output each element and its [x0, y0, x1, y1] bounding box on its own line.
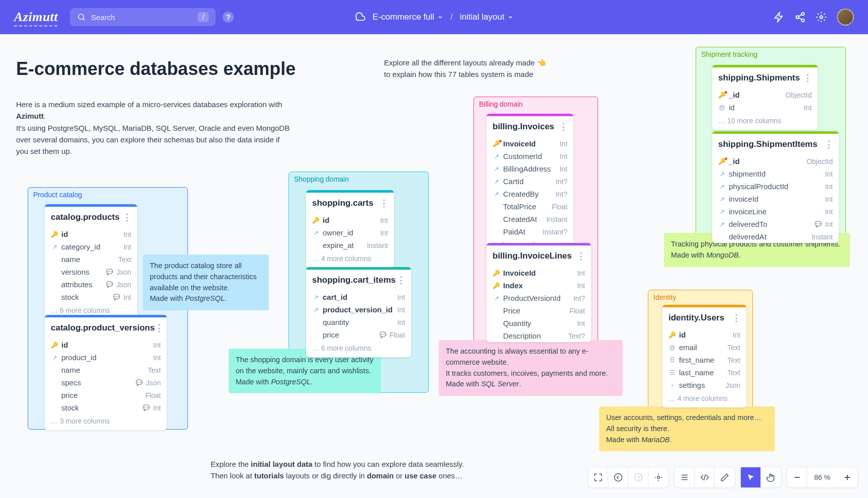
table-menu-icon[interactable]: ⋮	[379, 198, 388, 209]
table-column[interactable]: priceFloat	[45, 389, 167, 401]
table-column[interactable]: ↗product_version_idInt	[306, 303, 411, 316]
fit-screen-button[interactable]	[588, 467, 608, 487]
help-icon[interactable]: ?	[223, 12, 234, 23]
table-column[interactable]: specs💬Json	[45, 376, 167, 389]
table-column[interactable]: DescriptionText?	[487, 329, 591, 342]
table-column[interactable]: stock💬Int	[45, 291, 137, 303]
table-column[interactable]: ↗CreatedByInt?	[487, 188, 573, 200]
search-input[interactable]	[91, 13, 194, 22]
table-menu-icon[interactable]: ⋮	[824, 139, 833, 150]
table-menu-icon[interactable]: ⋮	[732, 312, 740, 323]
table-menu-icon[interactable]: ⋮	[123, 212, 131, 223]
table-column[interactable]: ↗CustomerIdInt	[487, 150, 573, 162]
table-column[interactable]: quantityInt	[306, 316, 411, 328]
table-menu-icon[interactable]: ⋮	[576, 251, 585, 262]
table-column[interactable]: ↗product_idInt	[45, 351, 167, 364]
table-column[interactable]: @emailText	[662, 341, 746, 354]
avatar[interactable]	[837, 9, 854, 26]
table-column[interactable]: 🔑IndexInt	[487, 279, 591, 292]
table-column[interactable]: expire_atInstant	[306, 239, 394, 252]
table-column[interactable]: 🔑idInt	[662, 328, 746, 341]
table-column[interactable]: ☰first_nameText	[662, 354, 746, 366]
table-column[interactable]: price💬Float	[306, 328, 411, 341]
pan-mode-button[interactable]	[761, 467, 781, 487]
table-column[interactable]: attributes💬Json	[45, 278, 137, 291]
table-column[interactable]: ↗shipmentIdInt	[712, 168, 839, 180]
table-column[interactable]: ↗CartIdInt?	[487, 175, 573, 188]
more-columns[interactable]: … 4 more columns	[306, 252, 394, 268]
table-column[interactable]: 🔑_idObjectId	[712, 155, 839, 168]
project-selector[interactable]: E-commerce full	[372, 12, 443, 22]
table-menu-icon[interactable]: ⋮	[397, 275, 405, 286]
table-column[interactable]: ↗category_idInt	[45, 240, 137, 253]
table-column[interactable]: ↗cart_idInt	[306, 291, 411, 303]
table-header[interactable]: catalog.product_versions⋮	[45, 315, 167, 339]
more-columns[interactable]: … 3 more columns	[45, 414, 167, 430]
zoom-out-button[interactable]	[787, 467, 807, 487]
table-invoices[interactable]: billing.Invoices⋮🔑InvoiceIdInt↗CustomerI…	[487, 114, 573, 254]
edit-button[interactable]	[715, 467, 735, 487]
table-column[interactable]: nameText	[45, 364, 167, 376]
table-column[interactable]: CreatedAtInstant	[487, 213, 573, 225]
bolt-icon[interactable]	[774, 12, 785, 23]
table-header[interactable]: shopping.carts⋮	[306, 190, 394, 214]
table-column[interactable]: ›settingsJson	[662, 379, 746, 391]
table-column[interactable]: stock💬Int	[45, 401, 167, 414]
table-column[interactable]: nameText	[45, 253, 137, 266]
list-button[interactable]	[674, 467, 695, 487]
table-column[interactable]: TotalPriceFloat	[487, 200, 573, 213]
table-column[interactable]: 🔑idInt	[45, 228, 137, 240]
table-header[interactable]: shopping.cart_items⋮	[306, 267, 411, 291]
layout-selector[interactable]: initial layout	[460, 12, 514, 22]
more-columns[interactable]: … 6 more columns	[306, 341, 411, 357]
table-shipment-items[interactable]: shipping.ShipmentItems⋮🔑_idObjectId↗ship…	[712, 131, 839, 243]
share-icon[interactable]	[795, 12, 806, 23]
table-header[interactable]: catalog.products⋮	[45, 204, 137, 228]
table-column[interactable]: ↗owner_idInt	[306, 226, 394, 239]
table-column[interactable]: 🔑InvoiceIdInt	[487, 267, 591, 279]
more-columns[interactable]: … 10 more columns	[712, 114, 818, 130]
back-button[interactable]	[608, 467, 628, 487]
table-column[interactable]: ☰last_nameText	[662, 366, 746, 379]
table-column[interactable]: deliveredAtInstant	[712, 230, 839, 243]
table-shipments[interactable]: shipping.Shipments⋮🔑_idObjectId@idInt… 1…	[712, 65, 818, 130]
table-column[interactable]: ↗invoiceIdInt	[712, 193, 839, 205]
table-header[interactable]: billing.Invoices⋮	[487, 114, 573, 137]
table-product-versions[interactable]: catalog.product_versions⋮🔑idInt↗product_…	[45, 315, 167, 430]
table-menu-icon[interactable]: ⋮	[155, 322, 163, 334]
table-header[interactable]: shipping.Shipments⋮	[712, 65, 818, 89]
zoom-in-button[interactable]	[837, 467, 857, 487]
table-products[interactable]: catalog.products⋮🔑idInt↗category_idIntna…	[45, 204, 137, 319]
canvas[interactable]: E-commerce databases example Here is a m…	[0, 34, 868, 498]
table-column[interactable]: 🔑InvoiceIdInt	[487, 137, 573, 150]
search-box[interactable]: /	[70, 8, 216, 26]
forward-button[interactable]	[628, 467, 648, 487]
table-column[interactable]: QuantityInt	[487, 317, 591, 329]
table-header[interactable]: identity.Users⋮	[662, 305, 746, 328]
logo[interactable]: Azimutt	[14, 10, 58, 25]
center-button[interactable]	[648, 467, 668, 487]
more-columns[interactable]: … 4 more columns	[662, 391, 746, 407]
table-column[interactable]: ↗deliveredTo💬Int	[712, 218, 839, 230]
table-invoice-lines[interactable]: billing.InvoiceLines⋮🔑InvoiceIdInt🔑Index…	[487, 243, 591, 342]
table-column[interactable]: 🔑idInt	[306, 214, 394, 226]
table-column[interactable]: ↗invoiceLineInt	[712, 205, 839, 218]
table-menu-icon[interactable]: ⋮	[559, 121, 567, 132]
table-users[interactable]: identity.Users⋮🔑idInt@emailText☰first_na…	[662, 305, 746, 407]
table-menu-icon[interactable]: ⋮	[803, 72, 812, 84]
select-mode-button[interactable]	[741, 467, 761, 487]
code-button[interactable]	[695, 467, 715, 487]
table-column[interactable]: versions💬Json	[45, 266, 137, 278]
table-column[interactable]: ↗BillingAddressInt	[487, 162, 573, 175]
table-column[interactable]: ↗physicalProductIdInt	[712, 180, 839, 193]
table-header[interactable]: billing.InvoiceLines⋮	[487, 243, 591, 267]
table-column[interactable]: PriceFloat	[487, 304, 591, 317]
table-column[interactable]: 🔑idInt	[45, 339, 167, 351]
table-column[interactable]: @idInt	[712, 101, 818, 114]
table-column[interactable]: 🔑_idObjectId	[712, 89, 818, 101]
table-header[interactable]: shipping.ShipmentItems⋮	[712, 131, 839, 155]
table-carts[interactable]: shopping.carts⋮🔑idInt↗owner_idIntexpire_…	[306, 190, 394, 268]
table-column[interactable]: ↗ProductVersionIdInt?	[487, 292, 591, 304]
gear-icon[interactable]	[816, 12, 827, 23]
table-cart-items[interactable]: shopping.cart_items⋮↗cart_idInt↗product_…	[306, 267, 411, 357]
